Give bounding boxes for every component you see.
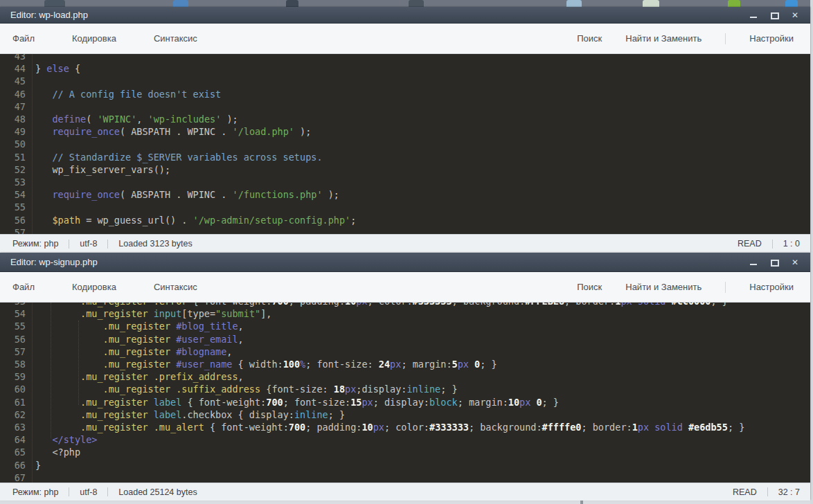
menu-item-settings[interactable]: Настройки xyxy=(749,282,794,292)
line-number: 60 xyxy=(0,383,33,395)
status-right-group: READ32 : 7 xyxy=(733,487,800,497)
menu-item-label: Найти и Заменить xyxy=(625,282,702,292)
menubar: ФайлКодировкаСинтаксисПоискНайти и Замен… xyxy=(0,24,810,54)
code-line-text: .mu_register label { font-weight:700; fo… xyxy=(35,396,810,408)
minimize-icon[interactable] xyxy=(749,258,758,267)
code-line[interactable]: 54 .mu_register input[type="submit"], xyxy=(0,307,810,320)
code-line[interactable]: 55 .mu_register #blog_title, xyxy=(0,320,810,332)
menu-item-label: Кодировка xyxy=(72,33,116,44)
menu-item-label: Синтаксис xyxy=(154,282,197,292)
titlebar[interactable]: Editor: wp-load.php✕ xyxy=(0,7,810,24)
code-line-text: define( 'WPINC', 'wp-includes' ); xyxy=(35,113,810,125)
code-line[interactable]: 48 define( 'WPINC', 'wp-includes' ); xyxy=(0,113,810,125)
code-line[interactable]: 61 .mu_register label { font-weight:700;… xyxy=(0,396,810,408)
code-line[interactable]: 60 .mu_register .suffix_address {font-si… xyxy=(0,383,810,395)
menu-item-find-replace[interactable]: Найти и Заменить xyxy=(625,33,702,44)
code-line[interactable]: 52 wp_fix_server_vars(); xyxy=(0,163,810,176)
window-title: Editor: wp-signup.php xyxy=(10,257,98,267)
menu-right-group: ПоискНайти и ЗаменитьНастройки xyxy=(577,282,794,293)
code-line-text: .mu_register .prefix_address, xyxy=(35,370,810,383)
line-number: 57 xyxy=(0,345,33,358)
code-line-text xyxy=(35,226,810,234)
close-icon[interactable]: ✕ xyxy=(791,11,799,19)
line-number: 46 xyxy=(0,88,33,100)
line-number: 58 xyxy=(0,358,33,370)
line-number: 53 xyxy=(0,176,33,188)
code-line-text: .mu_register #blogname, xyxy=(35,345,810,358)
code-line[interactable]: 53 xyxy=(0,176,810,188)
maximize-icon[interactable] xyxy=(770,258,778,267)
menu-separator xyxy=(725,282,726,293)
line-number: 43 xyxy=(0,54,33,62)
menu-right-group: ПоискНайти и ЗаменитьНастройки xyxy=(577,33,794,44)
maximize-icon[interactable] xyxy=(770,11,778,19)
code-line-text: } else { xyxy=(35,62,810,75)
status-loaded: Loaded 25124 bytes xyxy=(118,487,197,497)
code-editor[interactable]: 4344} else {4546 // A config file doesn'… xyxy=(0,54,810,234)
line-number: 49 xyxy=(0,125,33,138)
code-line[interactable]: 57 xyxy=(0,226,810,234)
code-line-text: </style> xyxy=(35,433,810,446)
status-right-group: READ1 : 0 xyxy=(738,239,800,249)
code-line[interactable]: 46 // A config file doesn't exist xyxy=(0,88,810,100)
menu-item-label: Настройки xyxy=(749,33,794,44)
menu-item-file[interactable]: Файл xyxy=(12,33,46,44)
code-line[interactable]: 58 .mu_register #user_name { width:100%;… xyxy=(0,358,810,370)
line-number: 63 xyxy=(0,421,33,433)
menu-item-search[interactable]: Поиск xyxy=(577,33,602,44)
titlebar[interactable]: Editor: wp-signup.php✕ xyxy=(0,253,810,272)
code-line[interactable]: 47 xyxy=(0,100,810,113)
code-line[interactable]: 56 $path = wp_guess_url() . '/wp-admin/s… xyxy=(0,214,810,226)
menu-item-encoding[interactable]: Кодировка xyxy=(72,33,127,44)
window-controls: ✕ xyxy=(749,258,799,267)
code-line[interactable]: 50 xyxy=(0,138,810,150)
menu-item-syntax[interactable]: Синтаксис xyxy=(154,33,208,44)
code-line[interactable]: 65 <?php xyxy=(0,446,810,458)
menu-item-search[interactable]: Поиск xyxy=(577,282,602,292)
code-line[interactable]: 43 xyxy=(0,54,810,62)
menu-item-label: Файл xyxy=(12,282,35,292)
code-line[interactable]: 66} xyxy=(0,459,810,471)
status-separator xyxy=(69,240,69,249)
line-number: 67 xyxy=(0,471,33,483)
code-line[interactable]: 51 // Standardize $_SERVER variables acr… xyxy=(0,151,810,163)
code-line[interactable]: 54 require_once( ABSPATH . WPINC . '/fun… xyxy=(0,188,810,201)
line-number: 56 xyxy=(0,214,33,226)
menu-item-find-replace[interactable]: Найти и Заменить xyxy=(625,282,702,292)
window-title: Editor: wp-load.php xyxy=(10,10,88,20)
status-left-group: Режим: phputf-8Loaded 3123 bytes xyxy=(12,239,193,249)
code-line[interactable]: 59 .mu_register .prefix_address, xyxy=(0,370,810,383)
menu-item-file[interactable]: Файл xyxy=(12,282,46,292)
line-number: 52 xyxy=(0,163,33,176)
code-line[interactable]: 53 .mu_register .error { font-weight:700… xyxy=(0,303,810,307)
editor-window-wp-load: Editor: wp-load.php✕ФайлКодировкаСинтакс… xyxy=(0,7,810,253)
status-encoding: utf-8 xyxy=(80,487,97,497)
code-line-text xyxy=(35,54,810,62)
menu-item-encoding[interactable]: Кодировка xyxy=(72,282,127,292)
code-line[interactable]: 44} else { xyxy=(0,62,810,75)
code-line[interactable]: 57 .mu_register #blogname, xyxy=(0,345,810,358)
code-editor[interactable]: 53 .mu_register .error { font-weight:700… xyxy=(0,303,810,483)
line-number: 44 xyxy=(0,62,33,75)
line-number: 50 xyxy=(0,138,33,150)
menu-item-label: Файл xyxy=(12,33,35,44)
menu-item-syntax[interactable]: Синтаксис xyxy=(154,282,208,292)
code-line[interactable]: 56 .mu_register #user_email, xyxy=(0,333,810,345)
close-icon[interactable]: ✕ xyxy=(791,258,799,267)
menu-item-settings[interactable]: Настройки xyxy=(749,33,794,44)
code-line[interactable]: 67 xyxy=(0,471,810,483)
status-separator xyxy=(69,487,69,496)
code-line-text: .mu_register .suffix_address {font-size:… xyxy=(35,383,810,395)
code-line[interactable]: 63 .mu_register .mu_alert { font-weight:… xyxy=(0,421,810,433)
code-line[interactable]: 62 .mu_register label.checkbox { display… xyxy=(0,408,810,421)
status-separator xyxy=(767,487,768,496)
code-line[interactable]: 49 require_once( ABSPATH . WPINC . '/loa… xyxy=(0,125,810,138)
code-line-text: } xyxy=(35,459,810,471)
minimize-icon[interactable] xyxy=(749,11,758,19)
code-line-text: .mu_register input[type="submit"], xyxy=(35,307,810,320)
code-line[interactable]: 55 xyxy=(0,201,810,213)
menu-left-group: ФайлКодировкаСинтаксис xyxy=(12,282,208,292)
code-line[interactable]: 64 </style> xyxy=(0,433,810,446)
code-line[interactable]: 45 xyxy=(0,75,810,87)
menu-separator xyxy=(725,33,726,44)
